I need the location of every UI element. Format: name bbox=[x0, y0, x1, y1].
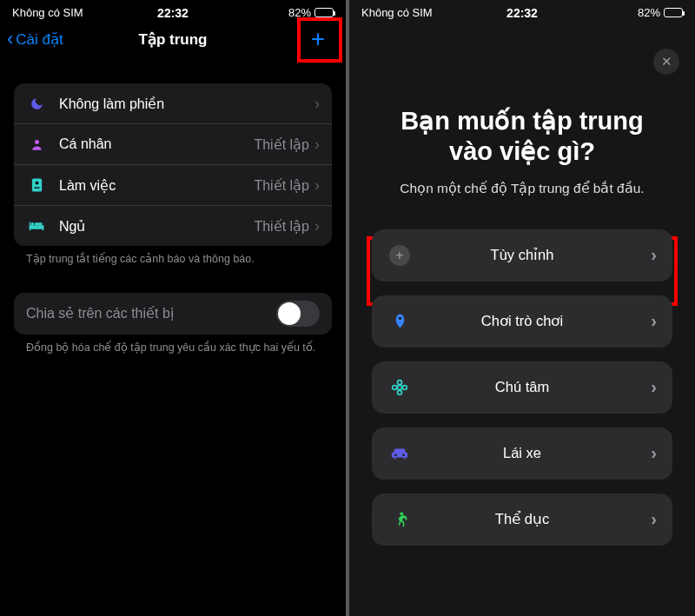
svg-rect-3 bbox=[34, 188, 39, 189]
chevron-right-icon: › bbox=[651, 377, 657, 397]
option-label: Chú tâm bbox=[495, 379, 549, 395]
svg-point-9 bbox=[398, 317, 400, 320]
mindfulness-icon bbox=[387, 375, 412, 400]
row-detail: Thiết lập bbox=[254, 218, 309, 235]
svg-rect-5 bbox=[30, 222, 31, 231]
chevron-right-icon: › bbox=[314, 136, 320, 154]
option-mindfulness[interactable]: Chú tâm › bbox=[372, 361, 672, 414]
svg-point-12 bbox=[398, 390, 402, 394]
focus-row-work[interactable]: Làm việc Thiết lập › bbox=[14, 165, 332, 206]
svg-point-10 bbox=[398, 385, 402, 389]
battery-icon bbox=[314, 8, 334, 17]
share-across-devices-row: Chia sẻ trên các thiết bị bbox=[14, 293, 332, 334]
battery-status: 82% bbox=[638, 6, 683, 19]
page-title: Tập trung bbox=[139, 30, 208, 49]
row-detail: Thiết lập bbox=[254, 177, 309, 194]
focus-options-list: + Tùy chỉnh › Chơi trò chơi › Chú tâm › … bbox=[349, 196, 695, 546]
focus-row-dnd[interactable]: Không làm phiền › bbox=[14, 83, 332, 124]
option-label: Lái xe bbox=[503, 445, 541, 461]
rocket-icon bbox=[387, 309, 412, 334]
battery-status: 82% bbox=[288, 6, 334, 19]
plus-icon: + bbox=[311, 27, 325, 51]
battery-icon bbox=[664, 8, 683, 17]
back-button[interactable]: ‹ Cài đặt bbox=[7, 30, 63, 49]
nav-header: ‹ Cài đặt Tập trung + bbox=[0, 21, 346, 59]
focus-row-personal[interactable]: Cá nhân Thiết lập › bbox=[14, 124, 332, 165]
svg-rect-4 bbox=[30, 225, 44, 229]
option-fitness[interactable]: Thể dục › bbox=[372, 493, 672, 546]
row-detail: Thiết lập bbox=[254, 136, 309, 153]
chevron-right-icon: › bbox=[651, 443, 657, 463]
option-gaming[interactable]: Chơi trò chơi › bbox=[372, 295, 672, 348]
svg-rect-6 bbox=[43, 225, 44, 230]
picker-title: Bạn muốn tập trung vào việc gì? bbox=[349, 21, 695, 167]
svg-point-11 bbox=[398, 380, 402, 384]
svg-rect-8 bbox=[35, 222, 43, 225]
chevron-right-icon: › bbox=[314, 176, 320, 195]
sim-status: Không có SIM bbox=[12, 6, 83, 19]
clock: 22:32 bbox=[506, 6, 538, 20]
clock: 22:32 bbox=[157, 6, 189, 20]
chevron-right-icon: › bbox=[314, 217, 320, 235]
car-icon bbox=[387, 441, 412, 466]
moon-icon bbox=[26, 93, 47, 114]
chevron-left-icon: ‹ bbox=[7, 30, 13, 49]
focus-picker-screen: Không có SIM 22:32 82% ✕ Bạn muốn tập tr… bbox=[349, 0, 695, 616]
add-focus-button[interactable]: + bbox=[301, 22, 335, 56]
row-label: Cá nhân bbox=[59, 136, 254, 152]
back-label: Cài đặt bbox=[16, 30, 63, 49]
picker-subtitle: Chọn một chế độ Tập trung để bắt đầu. bbox=[349, 167, 695, 196]
svg-point-0 bbox=[35, 139, 39, 143]
svg-point-16 bbox=[402, 454, 405, 456]
chevron-right-icon: › bbox=[651, 245, 657, 265]
toggle-knob bbox=[278, 302, 301, 325]
share-toggle[interactable] bbox=[276, 301, 320, 327]
settings-focus-screen: Không có SIM 22:32 82% ‹ Cài đặt Tập tru… bbox=[0, 0, 346, 616]
svg-point-14 bbox=[402, 385, 407, 389]
option-label: Tùy chỉnh bbox=[491, 247, 554, 263]
svg-point-7 bbox=[31, 222, 35, 226]
bed-icon bbox=[26, 215, 47, 236]
badge-icon bbox=[26, 175, 47, 195]
status-bar: Không có SIM 22:32 82% bbox=[0, 0, 346, 21]
row-label: Làm việc bbox=[59, 177, 254, 194]
focus-modes-list: Không làm phiền › Cá nhân Thiết lập › Là… bbox=[14, 83, 332, 246]
plus-circle-icon: + bbox=[387, 243, 412, 268]
person-icon bbox=[26, 134, 47, 155]
chevron-right-icon: › bbox=[314, 95, 320, 113]
row-label: Ngủ bbox=[59, 218, 254, 235]
option-custom[interactable]: + Tùy chỉnh › bbox=[372, 229, 672, 282]
section-footer-1: Tập trung tắt tiếng các cảnh báo và thôn… bbox=[0, 246, 346, 267]
svg-rect-1 bbox=[31, 179, 41, 192]
close-button[interactable]: ✕ bbox=[653, 49, 679, 75]
focus-row-sleep[interactable]: Ngủ Thiết lập › bbox=[14, 206, 332, 246]
option-label: Chơi trò chơi bbox=[481, 313, 563, 329]
option-label: Thể dục bbox=[495, 511, 549, 527]
chevron-right-icon: › bbox=[651, 311, 657, 331]
option-driving[interactable]: Lái xe › bbox=[372, 427, 672, 480]
sim-status: Không có SIM bbox=[361, 6, 433, 19]
status-bar: Không có SIM 22:32 82% bbox=[349, 0, 695, 21]
running-icon bbox=[387, 507, 412, 532]
row-label: Không làm phiền bbox=[59, 96, 309, 112]
svg-point-15 bbox=[394, 454, 397, 456]
close-icon: ✕ bbox=[661, 54, 672, 70]
svg-point-2 bbox=[35, 182, 38, 185]
svg-point-13 bbox=[393, 385, 397, 389]
chevron-right-icon: › bbox=[651, 509, 657, 529]
toggle-label: Chia sẻ trên các thiết bị bbox=[26, 305, 276, 321]
section-footer-2: Đồng bộ hóa chế độ tập trung yêu cầu xác… bbox=[0, 334, 346, 355]
svg-point-17 bbox=[400, 512, 403, 515]
